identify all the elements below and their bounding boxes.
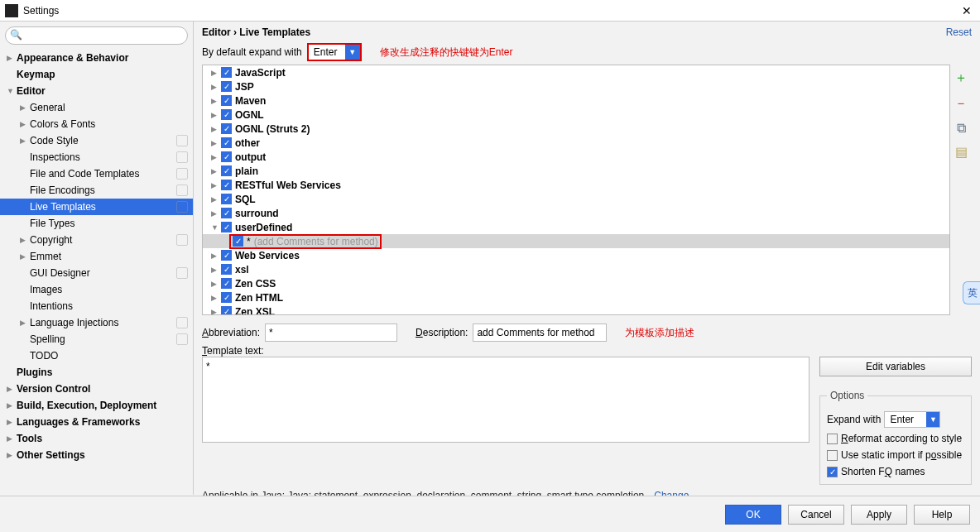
shorten-fq-checkbox[interactable]: ✓	[827, 467, 838, 477]
chevron-icon: ▶	[211, 209, 221, 218]
tree-item[interactable]: ▼✓userDefined	[203, 220, 949, 234]
tree-label: Maven	[235, 95, 266, 107]
default-expand-select[interactable]: Enter ▼	[307, 43, 362, 61]
tree-label: Zen CSS	[235, 278, 276, 290]
sidebar-item-general[interactable]: ▶General	[0, 99, 193, 116]
checkbox-icon[interactable]: ✓	[221, 250, 232, 261]
checkbox-icon[interactable]: ✓	[221, 264, 232, 275]
scope-badge	[176, 201, 188, 213]
tree-label: RESTful Web Services	[235, 180, 341, 191]
sidebar-item-file-and-code-templates[interactable]: File and Code Templates	[0, 165, 193, 182]
static-import-checkbox[interactable]	[827, 450, 838, 461]
checkbox-icon[interactable]: ✓	[221, 180, 232, 190]
tree-item[interactable]: ▶✓OGNL (Struts 2)	[203, 122, 949, 136]
sidebar-item-languages-frameworks[interactable]: ▶Languages & Frameworks	[0, 414, 193, 430]
cancel-button[interactable]: Cancel	[788, 505, 844, 525]
checkbox-icon[interactable]: ✓	[221, 95, 232, 106]
sidebar-item-keymap[interactable]: Keymap	[0, 66, 193, 83]
sidebar-item-build-execution-deployment[interactable]: ▶Build, Execution, Deployment	[0, 397, 193, 414]
paste-icon[interactable]: ▤	[955, 144, 968, 160]
chevron-icon: ▶	[211, 294, 221, 302]
scope-badge	[176, 234, 188, 246]
tree-item[interactable]: ▶✓xsl	[203, 262, 949, 276]
checkbox-icon[interactable]: ✓	[221, 194, 232, 204]
nav-label: Appearance & Behavior	[17, 52, 193, 64]
close-icon[interactable]: ✕	[958, 4, 975, 17]
shorten-fq-label: Shorten FQ names	[841, 466, 925, 477]
apply-button[interactable]: Apply	[851, 505, 907, 525]
remove-icon[interactable]: －	[954, 95, 968, 113]
expand-with-select[interactable]: Enter ▼	[884, 411, 940, 428]
sidebar-item-images[interactable]: Images	[0, 281, 193, 298]
sidebar-item-language-injections[interactable]: ▶Language Injections	[0, 314, 193, 331]
abbreviation-input[interactable]	[265, 324, 397, 342]
checkbox-icon[interactable]: ✓	[221, 109, 232, 120]
reformat-checkbox[interactable]	[827, 434, 838, 444]
tree-label: *	[247, 236, 251, 247]
checkbox-icon[interactable]: ✓	[221, 278, 232, 289]
tree-item[interactable]: ▶✓plain	[203, 164, 949, 178]
add-icon[interactable]: ＋	[954, 69, 968, 87]
tree-item[interactable]: ▶✓Zen XSL	[203, 304, 949, 315]
nav-label: Spelling	[30, 333, 176, 345]
sidebar-item-todo[interactable]: TODO	[0, 347, 193, 364]
sidebar-item-inspections[interactable]: Inspections	[0, 149, 193, 165]
sidebar-item-gui-designer[interactable]: GUI Designer	[0, 265, 193, 281]
ime-indicator[interactable]: 英	[963, 281, 980, 304]
reset-link[interactable]: Reset	[946, 26, 972, 38]
checkbox-icon[interactable]: ✓	[221, 165, 232, 176]
sidebar-item-intentions[interactable]: Intentions	[0, 298, 193, 314]
edit-variables-button[interactable]: Edit variables	[819, 357, 972, 376]
tree-label: SQL	[235, 194, 256, 205]
checkbox-icon[interactable]: ✓	[221, 67, 232, 78]
checkbox-icon[interactable]: ✓	[221, 292, 232, 303]
sidebar-item-file-encodings[interactable]: File Encodings	[0, 182, 193, 199]
sidebar-item-emmet[interactable]: ▶Emmet	[0, 248, 193, 265]
templates-tree[interactable]: ▶✓JavaScript▶✓JSP▶✓Maven▶✓OGNL▶✓OGNL (St…	[202, 65, 950, 315]
chevron-icon: ▶	[211, 97, 221, 105]
sidebar-item-tools[interactable]: ▶Tools	[0, 430, 193, 447]
tree-item[interactable]: ▶✓other	[203, 136, 949, 150]
tree-item[interactable]: ▶✓Web Services	[203, 248, 949, 262]
sidebar-item-other-settings[interactable]: ▶Other Settings	[0, 447, 193, 463]
sidebar-item-plugins[interactable]: Plugins	[0, 364, 193, 381]
sidebar-item-appearance-behavior[interactable]: ▶Appearance & Behavior	[0, 50, 193, 66]
checkbox-icon[interactable]: ✓	[221, 137, 232, 148]
default-expand-label: By default expand with	[202, 46, 302, 58]
checkbox-icon[interactable]: ✓	[221, 208, 232, 218]
tree-item[interactable]: ▶✓OGNL	[203, 108, 949, 122]
sidebar-item-live-templates[interactable]: Live Templates	[0, 199, 193, 215]
tree-item[interactable]: ✓*(add Comments for method)	[203, 234, 949, 248]
tree-item[interactable]: ▶✓Maven	[203, 93, 949, 108]
sidebar-item-copyright[interactable]: ▶Copyright	[0, 232, 193, 248]
checkbox-icon[interactable]: ✓	[221, 222, 232, 232]
chevron-icon: ▶	[211, 139, 221, 147]
sidebar-item-editor[interactable]: ▼Editor	[0, 83, 193, 99]
sidebar-item-code-style[interactable]: ▶Code Style	[0, 132, 193, 149]
sidebar-item-version-control[interactable]: ▶Version Control	[0, 381, 193, 397]
template-text-input[interactable]: *	[202, 357, 809, 443]
tree-item[interactable]: ▶✓Zen CSS	[203, 276, 949, 290]
checkbox-icon[interactable]: ✓	[221, 123, 232, 134]
checkbox-icon[interactable]: ✓	[233, 236, 243, 247]
tree-item[interactable]: ▶✓SQL	[203, 192, 949, 206]
tree-item[interactable]: ▶✓surround	[203, 206, 949, 220]
tree-item[interactable]: ▶✓Zen HTML	[203, 290, 949, 304]
sidebar-item-colors-fonts[interactable]: ▶Colors & Fonts	[0, 116, 193, 132]
tree-item[interactable]: ▶✓RESTful Web Services	[203, 178, 949, 192]
help-button[interactable]: Help	[914, 505, 970, 525]
search-input[interactable]	[5, 26, 188, 45]
tree-item[interactable]: ▶✓JSP	[203, 79, 949, 93]
checkbox-icon[interactable]: ✓	[221, 151, 232, 162]
copy-icon[interactable]: ⧉	[957, 121, 966, 136]
checkbox-icon[interactable]: ✓	[221, 306, 232, 315]
chevron-icon: ▶	[211, 280, 221, 288]
description-input[interactable]	[473, 324, 607, 342]
tree-item[interactable]: ▶✓JavaScript	[203, 65, 949, 79]
tree-item[interactable]: ▶✓output	[203, 150, 949, 164]
sidebar-item-spelling[interactable]: Spelling	[0, 331, 193, 347]
checkbox-icon[interactable]: ✓	[221, 81, 232, 92]
ok-button[interactable]: OK	[725, 505, 781, 525]
sidebar-item-file-types[interactable]: File Types	[0, 215, 193, 232]
scope-badge	[176, 168, 188, 180]
